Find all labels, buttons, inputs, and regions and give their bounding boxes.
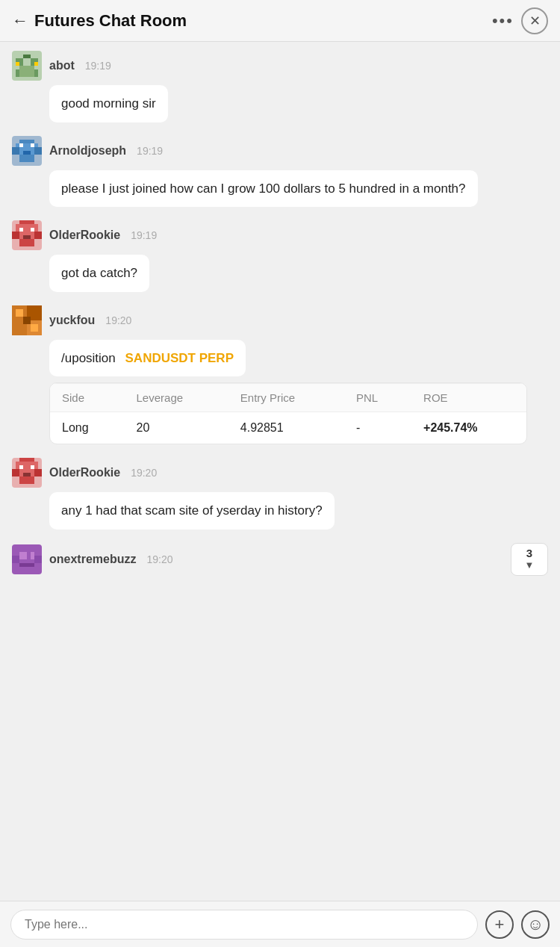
message-timestamp: 19:20 <box>105 314 131 326</box>
avatar <box>12 51 42 81</box>
message-block: OlderRookie 19:20 any 1 had that scam si… <box>12 458 548 530</box>
position-entry-price: 4.92851 <box>228 412 344 444</box>
col-header-roe: ROE <box>411 384 526 412</box>
message-block: Arnoldjoseph 19:19 please I just joined … <box>12 136 548 208</box>
svg-rect-10 <box>19 155 34 162</box>
message-username: onextremebuzz <box>49 553 136 566</box>
svg-rect-14 <box>31 143 34 147</box>
plus-icon: + <box>495 915 505 934</box>
message-block: onextremebuzz 19:20 3 ▼ <box>12 543 548 580</box>
scroll-to-bottom-button[interactable]: 3 ▼ <box>511 543 548 576</box>
svg-rect-4 <box>16 69 19 77</box>
message-timestamp: 19:19 <box>85 60 111 72</box>
col-header-side: Side <box>50 384 125 412</box>
svg-rect-33 <box>19 476 34 484</box>
svg-rect-11 <box>12 147 19 155</box>
svg-rect-6 <box>16 62 19 66</box>
message-bubble: please I just joined how can I grow 100 … <box>49 170 478 208</box>
svg-rect-34 <box>12 469 19 476</box>
svg-rect-5 <box>34 69 38 77</box>
svg-rect-7 <box>34 62 38 66</box>
col-header-pnl: PNL <box>344 384 411 412</box>
position-pnl: - <box>344 412 411 444</box>
message-timestamp: 19:20 <box>131 467 157 479</box>
svg-rect-21 <box>19 228 23 232</box>
message-timestamp: 19:19 <box>137 145 163 157</box>
message-bubble: got da catch? <box>49 255 149 292</box>
svg-rect-13 <box>19 143 23 147</box>
svg-rect-31 <box>19 458 34 462</box>
last-message-block: onextremebuzz 19:20 3 ▼ <box>12 543 548 583</box>
svg-rect-2 <box>23 55 31 58</box>
position-side: Long <box>50 412 125 444</box>
back-button[interactable]: ← <box>12 11 28 31</box>
message-block: yuckfou 19:20 /uposition SANDUSDT PERP S… <box>12 305 548 445</box>
message-username: yuckfou <box>49 314 95 327</box>
message-username: abot <box>49 59 75 72</box>
message-block: OlderRookie 19:19 got da catch? <box>12 220 548 292</box>
chat-footer: + ☺ <box>0 901 560 947</box>
message-bubble: any 1 had that scam site of yserday in h… <box>49 492 335 530</box>
avatar <box>12 136 42 166</box>
message-header: yuckfou 19:20 <box>12 305 548 335</box>
svg-rect-44 <box>34 556 42 563</box>
svg-rect-35 <box>34 469 42 476</box>
position-roe: +245.74% <box>411 412 526 444</box>
add-attachment-button[interactable]: + <box>485 910 514 939</box>
message-timestamp: 19:20 <box>146 553 172 565</box>
message-input[interactable] <box>10 910 478 940</box>
ticker-name: SANDUSDT PERP <box>125 351 234 365</box>
message-username: Arnoldjoseph <box>49 144 126 158</box>
position-card: Side Leverage Entry Price PNL ROE Long 2… <box>49 382 527 444</box>
chat-messages-area: abot 19:19 good morning sir Arnoldjoseph <box>0 42 560 901</box>
svg-rect-22 <box>31 228 34 232</box>
message-username: OlderRookie <box>49 229 120 242</box>
message-timestamp: 19:19 <box>131 229 157 241</box>
message-header: OlderRookie 19:19 <box>12 220 548 250</box>
col-header-leverage: Leverage <box>125 384 228 412</box>
more-options-icon[interactable]: ••• <box>492 11 514 31</box>
svg-rect-40 <box>19 552 27 559</box>
scroll-badge-count: 3 <box>526 547 532 559</box>
svg-rect-8 <box>19 140 34 143</box>
svg-rect-20 <box>34 232 42 239</box>
message-header: Arnoldjoseph 19:19 <box>12 136 548 166</box>
avatar <box>12 220 42 250</box>
svg-rect-16 <box>19 220 34 224</box>
emoji-button[interactable]: ☺ <box>521 910 550 939</box>
svg-rect-36 <box>19 465 23 469</box>
message-header: OlderRookie 19:20 <box>12 458 548 488</box>
svg-rect-29 <box>31 324 38 332</box>
message-bubble: good morning sir <box>49 85 168 122</box>
close-button[interactable]: ✕ <box>521 7 548 34</box>
svg-rect-19 <box>12 232 19 239</box>
message-header: onextremebuzz 19:20 3 ▼ <box>12 543 548 576</box>
chat-title: Futures Chat Room <box>34 11 187 31</box>
header-left: ← Futures Chat Room <box>12 11 187 31</box>
svg-rect-23 <box>23 235 31 239</box>
svg-rect-18 <box>19 239 34 246</box>
svg-rect-37 <box>31 465 34 469</box>
scroll-chevron-icon: ▼ <box>525 559 535 571</box>
svg-rect-30 <box>23 317 31 324</box>
svg-rect-38 <box>23 473 31 476</box>
command-prefix: /uposition <box>61 351 116 365</box>
position-table: Side Leverage Entry Price PNL ROE Long 2… <box>50 383 526 444</box>
avatar <box>12 305 42 335</box>
svg-rect-15 <box>23 151 31 155</box>
svg-rect-41 <box>31 552 34 559</box>
svg-rect-42 <box>19 563 34 567</box>
message-block: abot 19:19 good morning sir <box>12 51 548 122</box>
avatar <box>12 458 42 488</box>
position-leverage: 20 <box>125 412 228 444</box>
message-header: abot 19:19 <box>12 51 548 81</box>
col-header-entry-price: Entry Price <box>228 384 344 412</box>
svg-rect-28 <box>16 309 23 317</box>
message-bubble: /uposition SANDUSDT PERP <box>49 340 246 377</box>
emoji-icon: ☺ <box>527 915 544 934</box>
svg-rect-3 <box>19 66 34 77</box>
message-username: OlderRookie <box>49 466 120 479</box>
chat-header: ← Futures Chat Room ••• ✕ <box>0 0 560 42</box>
svg-rect-12 <box>34 147 42 155</box>
svg-rect-43 <box>12 556 19 563</box>
